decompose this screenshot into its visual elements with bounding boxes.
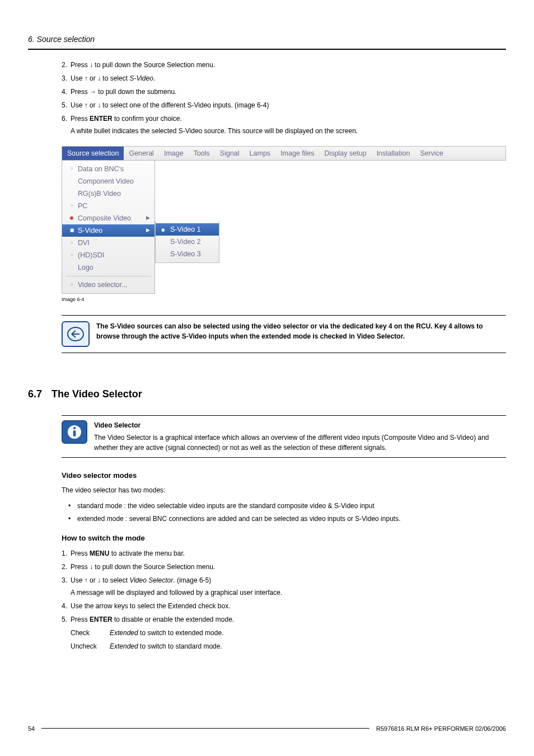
info-body: The Video Selector is a graphical interf… [94,433,506,453]
tab-signal[interactable]: Signal [215,147,245,160]
bullet-icon: ○ [65,239,78,247]
menu-item-video-selector[interactable]: ○Video selector... [62,279,154,291]
page-footer: 54 R5976816 RLM R6+ PERFORMER 02/06/2006 [28,724,506,734]
bullet-icon: ○ [65,251,78,259]
howto-step-2: 2.Press ↓ to pull down the Source Select… [62,562,506,572]
info-icon [62,420,87,444]
howto-step-4: 4.Use the arrow keys to select the Exten… [62,601,506,611]
howto-step-1: 1.Press MENU to activate the menu bar. [62,548,506,558]
page-number: 54 [28,724,35,734]
tab-lamps[interactable]: Lamps [245,147,276,160]
bullet-icon: ○ [65,202,78,210]
menu-item-logo[interactable]: Logo [62,261,154,274]
step-2: 2.Press ↓ to pull down the Source Select… [62,60,506,70]
menu-item-pc[interactable]: ○PC [62,200,154,212]
menu-divider [65,276,151,276]
tab-image[interactable]: Image [159,147,189,160]
steps-list-1: 2.Press ↓ to pull down the Source Select… [62,60,506,136]
submenu-svideo1[interactable]: ■S-Video 1 [156,223,219,236]
info-title: Video Selector [94,420,506,430]
step-4: 4.Press → to pull down the submenu. [62,87,506,97]
menu-item-component[interactable]: Component Video [62,175,154,187]
doc-id: R5976816 RLM R6+ PERFORMER 02/06/2006 [376,724,506,734]
bullet-icon: ◉ [65,214,78,222]
menu-item-hdsdi[interactable]: ○(HD)SDI [62,249,154,261]
menu-item-svideo[interactable]: ◼S-Video▶ [62,224,154,237]
mode-standard: standard mode : the video selectable vid… [62,501,506,511]
check-extended: CheckExtended to switch to extended mode… [71,628,506,638]
modes-intro: The video selector has two modes: [62,485,506,495]
howto-heading: How to switch the mode [62,533,506,544]
menu-bar: Source selection General Image Tools Sig… [62,146,506,161]
tab-tools[interactable]: Tools [189,147,215,160]
menu-item-data-bnc[interactable]: ○Data on BNC's [62,163,154,175]
svg-point-2 [73,426,76,429]
menu-screenshot: Source selection General Image Tools Sig… [62,146,506,294]
section-6-7-title: 6.7The Video Selector [28,387,506,402]
step-5: 5.Use ↑ or ↓ to select one of the differ… [62,100,506,110]
tip-text: The S-Video sources can also be selected… [96,321,506,341]
howto-step-5: 5.Press ENTER to disable or enable the e… [62,614,506,651]
svg-rect-3 [73,430,76,436]
divider [28,49,506,50]
tab-image-files[interactable]: Image files [275,147,319,160]
tab-display-setup[interactable]: Display setup [320,147,372,160]
uncheck-extended: UncheckExtended to switch to standard mo… [71,641,506,651]
howto-steps: 1.Press MENU to activate the menu bar. 2… [62,548,506,651]
modes-heading: Video selector modes [62,470,506,481]
tab-general[interactable]: General [124,147,158,160]
tab-source-selection[interactable]: Source selection [62,147,124,160]
tab-service[interactable]: Service [415,147,448,160]
bullet-icon: ◼ [65,227,78,234]
modes-list: standard mode : the video selectable vid… [62,501,506,524]
step-6: 6.Press ENTER to confirm your choice. A … [62,114,506,136]
howto-step-3: 3.Use ↑ or ↓ to select Video Selector. (… [62,575,506,598]
tip-note-box: The S-Video sources can also be selected… [62,315,506,353]
menu-item-dvi[interactable]: ○DVI [62,237,154,249]
menu-item-composite[interactable]: ◉Composite Video▶ [62,212,154,224]
bullet-icon: ○ [65,281,78,289]
bullet-icon: ■ [161,226,170,234]
section-header: 6. Source selection [28,34,506,45]
tab-installation[interactable]: Installation [372,147,415,160]
image-caption: Image 6-4 [62,296,506,304]
submenu-panel: ■S-Video 1 S-Video 2 S-Video 3 [155,221,219,263]
arrow-right-icon: ▶ [146,227,150,234]
menu-panel: ○Data on BNC's Component Video RG(s)B Vi… [62,161,155,294]
submenu-svideo2[interactable]: S-Video 2 [156,236,219,248]
hand-pointing-icon [62,321,90,347]
mode-extended: extended mode : several BNC connections … [62,514,506,524]
arrow-right-icon: ▶ [146,214,150,222]
menu-item-rgsb[interactable]: RG(s)B Video [62,187,154,200]
step-3: 3.Use ↑ or ↓ to select S-Video. [62,73,506,83]
bullet-icon: ○ [65,165,78,173]
submenu-svideo3[interactable]: S-Video 3 [156,248,219,260]
footer-line [41,728,369,729]
info-box: Video Selector The Video Selector is a g… [62,415,506,458]
